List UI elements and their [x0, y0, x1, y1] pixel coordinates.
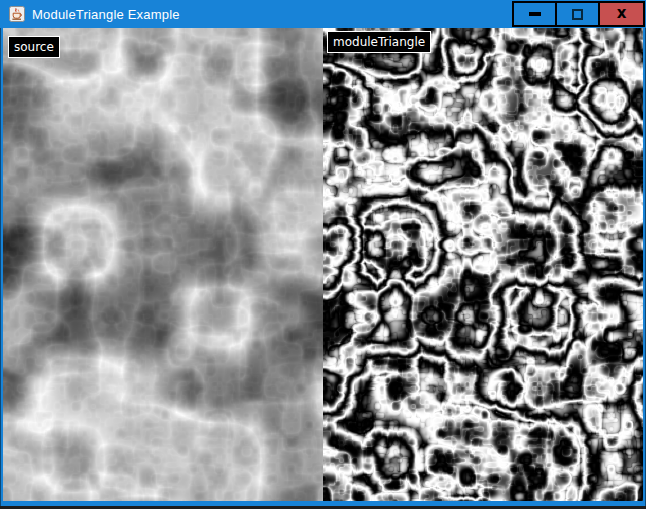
close-icon: x [617, 6, 627, 21]
app-window: ModuleTriangle Example x source moduleTr… [0, 0, 646, 509]
panel-source: source [3, 28, 323, 501]
panel-moduletriangle: moduleTriangle [323, 28, 643, 501]
maximize-button[interactable] [555, 1, 600, 27]
window-controls: x [512, 1, 645, 27]
maximize-icon [572, 9, 583, 20]
minimize-icon [529, 12, 541, 16]
content-area: source moduleTriangle [3, 28, 643, 501]
moduletriangle-label: moduleTriangle [327, 31, 431, 53]
java-app-icon [9, 6, 25, 22]
window-title: ModuleTriangle Example [32, 7, 180, 22]
minimize-button[interactable] [512, 1, 557, 27]
source-label: source [8, 36, 60, 58]
titlebar[interactable]: ModuleTriangle Example x [0, 0, 646, 28]
moduletriangle-noise-canvas [323, 28, 643, 501]
source-noise-canvas [3, 28, 323, 501]
close-button[interactable]: x [598, 1, 645, 27]
